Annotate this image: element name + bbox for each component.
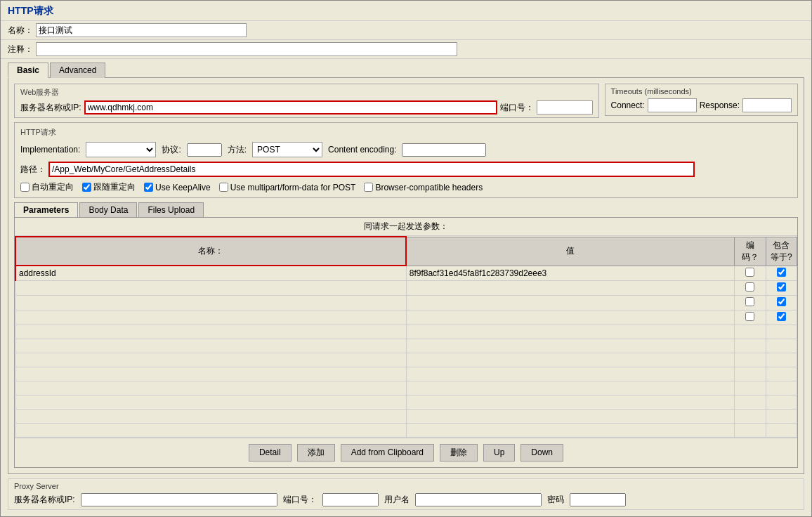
web-server-title: Web服务器 — [20, 87, 593, 98]
name-input[interactable] — [36, 23, 247, 37]
inner-tabs-container: Parameters Body Data Files Upload 同请求一起发… — [14, 202, 798, 468]
param-value-cell[interactable] — [406, 295, 734, 310]
inner-tab-files-upload[interactable]: Files Upload — [138, 202, 204, 217]
empty-cell — [406, 395, 734, 409]
proxy-server-label: 服务器名称或IP: — [14, 494, 75, 506]
include-checkbox[interactable] — [777, 282, 786, 292]
inner-tab-parameters[interactable]: Parameters — [14, 202, 78, 217]
timeouts-fields: Connect: Response: — [611, 98, 792, 112]
params-section: 同请求一起发送参数： 名称： 值 编码？ 包含等于? address — [14, 217, 798, 468]
multipart-checkbox[interactable] — [219, 183, 228, 192]
param-name-cell[interactable] — [15, 295, 406, 310]
proxy-pass-label: 密码 — [547, 494, 564, 506]
empty-cell — [406, 423, 734, 437]
include-checkbox[interactable] — [777, 297, 786, 306]
param-value-cell[interactable]: 8f9f8acf31ed45fa8f1c283739d2eee3 — [406, 266, 734, 280]
col-header-value: 值 — [406, 237, 734, 266]
empty-cell — [15, 325, 406, 339]
param-value-cell[interactable] — [406, 310, 734, 325]
port-input[interactable] — [537, 100, 593, 114]
include-checkbox[interactable] — [777, 312, 786, 321]
keepalive-item: Use KeepAlive — [144, 183, 211, 192]
server-name-label: 服务器名称或IP: — [20, 102, 81, 114]
empty-cell — [15, 423, 406, 437]
auto-redirect-item: 自动重定向 — [20, 181, 74, 193]
table-row: addressId8f9f8acf31ed45fa8f1c283739d2eee… — [15, 266, 797, 280]
browser-headers-label: Browser-compatible headers — [375, 183, 483, 192]
param-name-cell[interactable] — [15, 280, 406, 295]
path-row: 路径： — [20, 162, 792, 177]
follow-redirect-label: 跟随重定向 — [93, 181, 136, 193]
encode-checkbox[interactable] — [745, 297, 754, 306]
proxy-fields: 服务器名称或IP: 端口号： 用户名 密码 — [14, 493, 798, 506]
impl-label: Implementation: — [20, 145, 80, 155]
path-input[interactable] — [48, 162, 695, 177]
protocol-input[interactable] — [187, 143, 222, 157]
empty-cell — [735, 367, 766, 381]
table-row-empty — [15, 409, 797, 423]
empty-cell — [766, 381, 797, 395]
include-checkbox[interactable] — [777, 268, 786, 277]
param-include-cell[interactable] — [766, 295, 797, 310]
proxy-user-input[interactable] — [415, 493, 542, 506]
connect-input[interactable] — [648, 98, 697, 112]
add-button[interactable]: 添加 — [297, 444, 335, 462]
button-row: Detail 添加 Add from Clipboard 删除 Up Down — [15, 438, 797, 467]
param-include-cell[interactable] — [766, 280, 797, 295]
http-request-section: HTTP请求 Implementation: 协议: 方法: POST GET … — [14, 122, 798, 198]
param-encode-cell[interactable] — [735, 280, 766, 295]
empty-cell — [766, 325, 797, 339]
encode-checkbox[interactable] — [745, 268, 754, 277]
empty-cell — [735, 381, 766, 395]
param-encode-cell[interactable] — [735, 295, 766, 310]
method-select[interactable]: POST GET PUT DELETE — [252, 142, 322, 157]
table-row-empty — [15, 353, 797, 367]
browser-headers-checkbox[interactable] — [364, 183, 373, 192]
param-encode-cell[interactable] — [735, 310, 766, 325]
tab-basic[interactable]: Basic — [8, 63, 48, 78]
empty-cell — [406, 381, 734, 395]
encode-checkbox[interactable] — [745, 282, 754, 292]
encode-checkbox[interactable] — [745, 312, 754, 321]
table-row — [15, 280, 797, 295]
keepalive-label: Use KeepAlive — [155, 183, 211, 192]
param-include-cell[interactable] — [766, 266, 797, 280]
add-clipboard-button[interactable]: Add from Clipboard — [341, 444, 434, 462]
param-value-cell[interactable] — [406, 280, 734, 295]
inner-tab-body-data[interactable]: Body Data — [79, 202, 137, 217]
tab-content-basic: Web服务器 服务器名称或IP: 端口号： Timeouts (millisec… — [8, 77, 804, 474]
content-enc-input[interactable] — [402, 143, 486, 157]
follow-redirect-checkbox[interactable] — [82, 183, 91, 192]
comment-input[interactable] — [36, 42, 457, 56]
keepalive-checkbox[interactable] — [144, 183, 153, 192]
param-encode-cell[interactable] — [735, 266, 766, 280]
auto-redirect-checkbox[interactable] — [20, 183, 30, 192]
response-input[interactable] — [742, 98, 792, 112]
empty-cell — [766, 423, 797, 437]
empty-cell — [15, 367, 406, 381]
empty-cell — [766, 395, 797, 409]
proxy-pass-input[interactable] — [570, 493, 626, 506]
server-name-input[interactable] — [84, 100, 497, 114]
param-include-cell[interactable] — [766, 310, 797, 325]
proxy-server-input[interactable] — [81, 493, 277, 506]
delete-button[interactable]: 删除 — [440, 444, 478, 462]
param-name-cell[interactable] — [15, 310, 406, 325]
empty-cell — [406, 339, 734, 353]
follow-redirect-item: 跟随重定向 — [82, 181, 136, 193]
response-label: Response: — [700, 100, 740, 110]
title-bar: HTTP请求 — [1, 1, 811, 21]
tab-advanced[interactable]: Advanced — [50, 63, 105, 78]
table-row-empty — [15, 325, 797, 339]
main-window: HTTP请求 名称： 注释： Basic Advanced Web服务器 服务器… — [0, 0, 812, 517]
name-label: 名称： — [8, 25, 33, 37]
up-button[interactable]: Up — [483, 444, 515, 462]
port-label: 端口号： — [500, 102, 534, 114]
impl-select[interactable] — [86, 142, 156, 157]
proxy-port-input[interactable] — [322, 493, 379, 506]
detail-button[interactable]: Detail — [249, 444, 292, 462]
param-name-cell[interactable]: addressId — [15, 266, 406, 280]
down-button[interactable]: Down — [520, 444, 563, 462]
table-row-empty — [15, 423, 797, 437]
timeouts-title: Timeouts (milliseconds) — [611, 87, 792, 96]
